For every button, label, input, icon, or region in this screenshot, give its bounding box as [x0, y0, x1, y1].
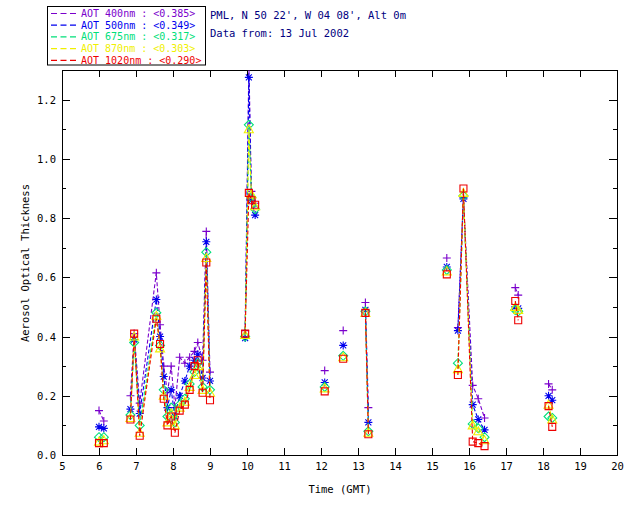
marker-plus	[481, 414, 489, 422]
y-axis-label: Aerosol Optical Thickness	[19, 184, 31, 342]
marker-plus	[126, 392, 134, 400]
marker-plus	[548, 386, 556, 394]
series-line	[99, 411, 104, 421]
aot-chart-svg: 5678910111213141516171819200.00.20.40.60…	[0, 0, 640, 512]
marker-plus	[321, 367, 329, 375]
marker-plus	[469, 381, 477, 389]
marker-plus	[511, 284, 519, 292]
x-tick-label: 13	[352, 460, 365, 472]
aot-time-series-screen: 5678910111213141516171819200.00.20.40.60…	[0, 0, 640, 512]
marker-plus	[152, 269, 160, 277]
data-date-line: Data from: 13 Jul 2002	[210, 27, 349, 39]
legend-label: AOT 870nm : <0.303>	[81, 43, 195, 54]
legend: AOT 400nm : <0.385>AOT 500nm : <0.349>AO…	[48, 7, 206, 66]
marker-asterisk	[339, 341, 347, 349]
y-tick-label: 0.2	[37, 390, 56, 402]
marker-plus	[95, 407, 103, 415]
station-title: PML, N 50 22', W 04 08', Alt 0m	[210, 9, 406, 21]
x-tick-label: 18	[537, 460, 550, 472]
y-tick-label: 1.2	[37, 94, 56, 106]
marker-plus	[202, 227, 210, 235]
marker-asterisk	[454, 327, 462, 335]
marker-plus	[339, 327, 347, 335]
y-ticks: 0.00.20.40.60.81.01.2	[37, 94, 617, 461]
x-tick-label: 20	[611, 460, 624, 472]
marker-plus	[545, 380, 553, 388]
x-tick-label: 10	[241, 460, 254, 472]
marker-asterisk	[152, 296, 160, 304]
marker-asterisk	[160, 373, 168, 381]
x-tick-label: 19	[574, 460, 587, 472]
x-tick-label: 14	[389, 460, 402, 472]
marker-plus	[245, 60, 253, 68]
marker-asterisk	[176, 392, 184, 400]
series-aot-500nm	[95, 73, 556, 433]
marker-asterisk	[100, 424, 108, 432]
marker-plus	[167, 362, 175, 370]
marker-asterisk	[156, 333, 164, 341]
axes	[63, 71, 618, 456]
series-aot-400nm	[95, 60, 556, 425]
marker-plus	[443, 254, 451, 262]
x-tick-label: 17	[500, 460, 513, 472]
marker-plus	[100, 417, 108, 425]
x-tick-label: 16	[463, 460, 476, 472]
x-tick-label: 6	[96, 460, 102, 472]
marker-asterisk	[202, 238, 210, 246]
y-tick-label: 1.0	[37, 153, 56, 165]
x-tick-label: 7	[133, 460, 139, 472]
marker-asterisk	[245, 73, 253, 81]
y-tick-label: 0.4	[37, 331, 56, 343]
legend-label: AOT 675nm : <0.317>	[81, 31, 195, 42]
series-layer	[95, 60, 557, 450]
x-ticks: 567891011121314151617181920	[59, 70, 623, 472]
x-tick-label: 5	[59, 460, 65, 472]
plot-frame	[63, 71, 618, 456]
marker-plus	[194, 338, 202, 346]
legend-label: AOT 500nm : <0.349>	[81, 20, 195, 31]
series-line	[245, 129, 255, 335]
series-line	[130, 231, 210, 407]
x-axis-label: Time (GMT)	[308, 483, 371, 495]
x-tick-label: 8	[170, 460, 176, 472]
marker-plus	[176, 353, 184, 361]
y-tick-label: 0.0	[37, 449, 56, 461]
legend-label: AOT 400nm : <0.385>	[81, 8, 195, 19]
x-tick-label: 15	[426, 460, 439, 472]
x-tick-label: 9	[207, 460, 213, 472]
marker-plus	[361, 298, 369, 306]
y-tick-label: 0.6	[37, 271, 56, 283]
x-tick-label: 11	[278, 460, 291, 472]
marker-asterisk	[251, 211, 259, 219]
y-tick-label: 0.8	[37, 212, 56, 224]
legend-label: AOT 1020nm : <0.290>	[81, 55, 201, 66]
x-tick-label: 12	[315, 460, 328, 472]
marker-asterisk	[469, 401, 477, 409]
